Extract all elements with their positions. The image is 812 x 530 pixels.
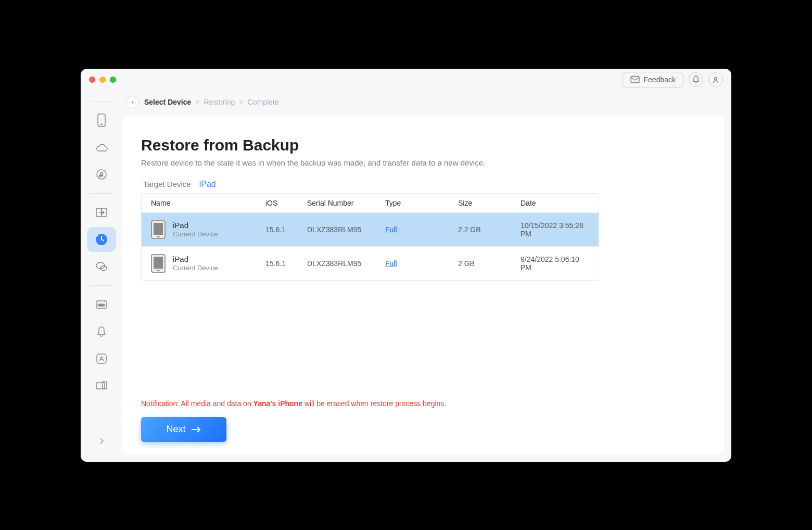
notification-device-name: Yana's iPhone	[253, 399, 302, 408]
backup-table: Name iOS Serial Number Type Size Date iP…	[141, 193, 599, 281]
transfer-icon	[95, 207, 108, 218]
sidebar-item-cloud[interactable]	[87, 135, 116, 160]
sidebar-divider	[90, 193, 113, 194]
heic-icon: HEIC	[95, 299, 108, 310]
col-date[interactable]: Date	[521, 199, 589, 207]
col-type[interactable]: Type	[385, 199, 458, 207]
main-area: ‹ Select Device > Restoring > Complete R…	[122, 69, 731, 462]
feedback-label: Feedback	[644, 75, 676, 84]
cell-type: Full	[385, 259, 458, 268]
cell-ios: 15.6.1	[265, 225, 307, 234]
sidebar-item-messages[interactable]	[87, 254, 116, 279]
svg-rect-14	[97, 354, 106, 363]
feedback-button[interactable]: Feedback	[623, 72, 683, 87]
svg-rect-15	[96, 383, 105, 389]
type-link[interactable]: Full	[385, 225, 397, 234]
target-device-label: Target Device	[143, 180, 191, 188]
page-title: Restore from Backup	[141, 136, 705, 154]
target-device-row: Target Device iPad	[141, 180, 705, 189]
titlebar: Feedback	[81, 69, 731, 91]
svg-point-6	[102, 174, 103, 176]
sidebar-divider	[90, 285, 113, 286]
phone-icon	[97, 113, 106, 127]
device-caption: Current Device	[173, 230, 218, 239]
breadcrumb-step-1[interactable]: Select Device	[144, 98, 191, 106]
chevron-right-icon	[99, 437, 104, 445]
user-icon	[712, 76, 719, 83]
ipad-icon	[151, 254, 166, 273]
close-window-button[interactable]	[89, 77, 95, 83]
device-caption: Current Device	[173, 264, 218, 273]
page-subtitle: Restore device to the state it was in wh…	[141, 158, 705, 167]
notification-prefix: Notification: All media and data on	[141, 399, 253, 408]
sidebar-item-device[interactable]	[87, 108, 116, 133]
cell-date: 9/24/2022 5:06:10 PM	[521, 255, 589, 272]
sidebar: HEIC	[81, 69, 122, 462]
cell-serial: DLXZ383RLM95	[307, 225, 385, 234]
device-name: iPad	[173, 220, 218, 231]
ipad-icon	[151, 220, 166, 239]
col-size[interactable]: Size	[458, 199, 521, 207]
col-serial[interactable]: Serial Number	[307, 199, 385, 207]
sidebar-item-apps[interactable]	[87, 346, 116, 371]
messages-icon	[95, 261, 108, 272]
svg-point-1	[715, 77, 717, 80]
account-button[interactable]	[708, 72, 723, 87]
svg-point-3	[101, 124, 102, 125]
apps-icon	[96, 353, 107, 364]
cell-name: iPadCurrent Device	[151, 220, 265, 239]
cell-ios: 15.6.1	[265, 259, 307, 268]
breadcrumb-step-3: Complete	[248, 98, 279, 106]
mirror-icon	[95, 381, 108, 391]
notification-suffix: will be erased when restore process begi…	[302, 399, 446, 408]
notifications-button[interactable]	[689, 72, 703, 87]
breadcrumb-sep: >	[239, 98, 243, 106]
svg-point-11	[100, 266, 107, 270]
table-header: Name iOS Serial Number Type Size Date	[142, 194, 599, 213]
chevron-left-icon: ‹	[132, 98, 134, 106]
table-row[interactable]: iPadCurrent Device15.6.1DLXZ383RLM95Full…	[142, 247, 599, 280]
col-name[interactable]: Name	[151, 199, 265, 207]
svg-text:HEIC: HEIC	[98, 304, 106, 307]
mail-icon	[630, 76, 640, 83]
sidebar-item-backup[interactable]	[87, 227, 116, 252]
notification-text: Notification: All media and data on Yana…	[141, 394, 705, 408]
next-button[interactable]: Next	[141, 417, 226, 442]
svg-rect-0	[631, 77, 639, 83]
sidebar-item-ringtone[interactable]	[87, 319, 116, 344]
sidebar-collapse[interactable]	[87, 428, 116, 453]
clock-icon	[95, 233, 108, 246]
sidebar-item-heic[interactable]: HEIC	[87, 292, 116, 317]
breadcrumb: Select Device > Restoring > Complete	[144, 98, 279, 106]
sidebar-divider	[90, 101, 113, 102]
window-controls	[89, 77, 116, 83]
next-label: Next	[166, 424, 185, 435]
cell-serial: DLXZ383RLM95	[307, 259, 385, 268]
breadcrumb-step-2: Restoring	[204, 98, 235, 106]
breadcrumb-sep: >	[195, 98, 199, 106]
cell-size: 2 GB	[458, 259, 521, 268]
cell-type: Full	[385, 225, 458, 234]
sidebar-item-transfer[interactable]	[87, 200, 116, 225]
cloud-icon	[95, 143, 108, 152]
cell-size: 2.2 GB	[458, 225, 521, 234]
content-card: Restore from Backup Restore device to th…	[122, 116, 724, 455]
arrow-right-icon	[191, 426, 201, 433]
bell-icon	[692, 75, 700, 84]
music-icon	[96, 169, 107, 180]
sidebar-item-music[interactable]	[87, 162, 116, 187]
device-name: iPad	[173, 254, 218, 264]
type-link[interactable]: Full	[385, 259, 397, 268]
target-device-value[interactable]: iPad	[199, 180, 216, 189]
cell-date: 10/15/2022 3:55:28 PM	[521, 221, 589, 238]
sidebar-item-mirror[interactable]	[87, 373, 116, 398]
maximize-window-button[interactable]	[110, 77, 116, 83]
col-ios[interactable]: iOS	[265, 199, 307, 207]
minimize-window-button[interactable]	[99, 77, 106, 83]
svg-point-5	[99, 175, 101, 176]
back-button[interactable]: ‹	[126, 96, 139, 108]
breadcrumb-row: ‹ Select Device > Restoring > Complete	[122, 96, 731, 116]
cell-name: iPadCurrent Device	[151, 254, 265, 273]
table-row[interactable]: iPadCurrent Device15.6.1DLXZ383RLM95Full…	[142, 213, 599, 247]
bell-outline-icon	[96, 326, 107, 337]
